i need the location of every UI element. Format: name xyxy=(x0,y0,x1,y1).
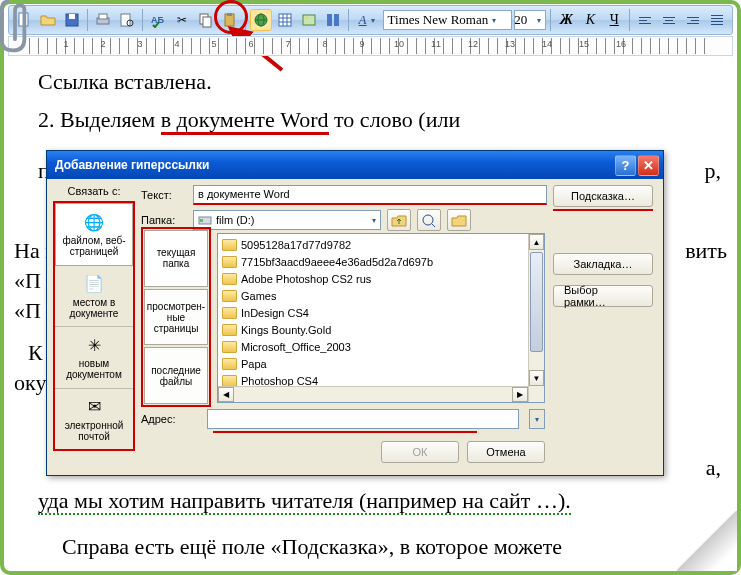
browse-file-button[interactable] xyxy=(447,209,471,231)
align-center-button[interactable] xyxy=(658,9,680,31)
chevron-down-icon: ▾ xyxy=(537,16,541,25)
history-tabs: текущая папка просмотрен-ные страницы по… xyxy=(141,227,211,407)
file-list[interactable]: 5095128a17d77d97827715bf3aacd9aeee4e36ad… xyxy=(217,233,545,403)
print-preview-button[interactable] xyxy=(116,9,138,31)
insert-hyperlink-button[interactable] xyxy=(250,9,272,31)
svg-rect-2 xyxy=(69,14,75,19)
horizontal-scrollbar[interactable]: ◀ ▶ xyxy=(218,386,528,402)
folder-icon xyxy=(222,290,237,302)
list-item[interactable]: Kings Bounty.Gold xyxy=(218,321,544,338)
list-item[interactable]: Adobe Photoshop CS2 rus xyxy=(218,270,544,287)
page-curl-decoration xyxy=(677,511,737,571)
dialog-title: Добавление гиперссылки xyxy=(51,158,613,172)
bold-button[interactable]: Ж xyxy=(555,9,577,31)
current-folder-tab[interactable]: текущая папка xyxy=(144,230,208,287)
chevron-down-icon: ▾ xyxy=(492,16,496,25)
open-button[interactable] xyxy=(37,9,59,31)
bookmark-icon: 📄 xyxy=(83,273,105,295)
link-to-label: Связать с: xyxy=(53,185,135,197)
print-button[interactable] xyxy=(92,9,114,31)
list-item[interactable]: Papa xyxy=(218,355,544,372)
doc-line: Ссылка вставлена. xyxy=(38,66,703,98)
list-item[interactable]: Microsoft_Office_2003 xyxy=(218,338,544,355)
browse-web-button[interactable] xyxy=(417,209,441,231)
link-to-web[interactable]: 🌐 файлом, веб-страницей xyxy=(55,203,133,266)
scroll-right-button[interactable]: ▶ xyxy=(512,387,528,402)
doc-peek: К xyxy=(28,340,43,366)
list-item[interactable]: 7715bf3aacd9aeee4e36ad5d2a7d697b xyxy=(218,253,544,270)
scroll-left-button[interactable]: ◀ xyxy=(218,387,234,402)
help-button[interactable]: ? xyxy=(615,155,636,176)
document-body[interactable]: уда мы хотим направить читателя (наприме… xyxy=(38,485,703,575)
insert-picture-button[interactable] xyxy=(298,9,320,31)
folder-icon xyxy=(222,307,237,319)
document-body[interactable]: Ссылка вставлена. 2. Выделяем в документ… xyxy=(38,66,703,142)
folder-select[interactable]: film (D:) ▾ xyxy=(193,210,381,230)
target-frame-button[interactable]: Выбор рамки… xyxy=(553,285,653,307)
doc-peek: вить xyxy=(685,238,727,264)
browsed-pages-tab[interactable]: просмотрен-ные страницы xyxy=(144,289,208,346)
link-to-group: 🌐 файлом, веб-страницей 📄 местом в докум… xyxy=(53,201,135,451)
mail-icon: ✉ xyxy=(83,396,105,418)
bookmark-button[interactable]: Закладка… xyxy=(553,253,653,275)
dialog-titlebar[interactable]: Добавление гиперссылки ? ✕ xyxy=(47,151,663,179)
recent-files-tab[interactable]: последние файлы xyxy=(144,347,208,404)
svg-rect-14 xyxy=(279,14,291,26)
scroll-down-button[interactable]: ▼ xyxy=(529,370,544,386)
folder-icon xyxy=(222,341,237,353)
columns-button[interactable] xyxy=(322,9,344,31)
address-label: Адрес: xyxy=(141,413,201,425)
paste-button[interactable] xyxy=(219,9,241,31)
up-folder-button[interactable] xyxy=(387,209,411,231)
close-button[interactable]: ✕ xyxy=(638,155,659,176)
link-to-place[interactable]: 📄 местом в документе xyxy=(55,266,133,328)
scroll-thumb[interactable] xyxy=(530,252,543,352)
doc-peek: «П xyxy=(14,268,41,294)
address-input[interactable] xyxy=(207,409,519,429)
font-color-button[interactable]: A▾ xyxy=(353,9,381,31)
ok-button[interactable]: ОК xyxy=(381,441,459,463)
list-item[interactable]: InDesign CS4 xyxy=(218,304,544,321)
tooltip-button[interactable]: Подсказка… xyxy=(553,185,653,207)
cancel-button[interactable]: Отмена xyxy=(467,441,545,463)
drive-icon xyxy=(198,213,212,227)
scroll-up-button[interactable]: ▲ xyxy=(529,234,544,250)
align-right-button[interactable] xyxy=(682,9,704,31)
folder-icon xyxy=(222,375,237,387)
svg-point-16 xyxy=(305,17,308,20)
horizontal-ruler[interactable]: 12345678910111213141516 xyxy=(8,36,733,56)
doc-peek: а, xyxy=(706,455,721,481)
svg-rect-9 xyxy=(203,17,211,27)
copy-button[interactable] xyxy=(195,9,217,31)
annotation-underline-address xyxy=(213,431,477,433)
display-text-input[interactable] xyxy=(193,185,547,205)
doc-line: Справа есть ещё поле «Подсказка», в кото… xyxy=(38,531,703,563)
cut-button[interactable]: ✂ xyxy=(171,9,193,31)
align-left-button[interactable] xyxy=(634,9,656,31)
link-to-new-doc[interactable]: ✳ новым документом xyxy=(55,327,133,389)
align-justify-button[interactable] xyxy=(706,9,728,31)
font-name-select[interactable]: Times New Roman▾ xyxy=(383,10,513,30)
list-item[interactable]: 5095128a17d77d9782 xyxy=(218,236,544,253)
folder-icon xyxy=(222,256,237,268)
doc-peek: оку xyxy=(14,370,46,396)
save-button[interactable] xyxy=(61,9,83,31)
font-name-value: Times New Roman xyxy=(388,12,489,28)
underline-button[interactable]: Ч xyxy=(603,9,625,31)
insert-hyperlink-dialog: Добавление гиперссылки ? ✕ Связать с: 🌐 … xyxy=(46,150,664,476)
insert-table-button[interactable] xyxy=(274,9,296,31)
folder-icon xyxy=(222,358,237,370)
svg-rect-4 xyxy=(99,14,107,19)
svg-rect-20 xyxy=(200,219,203,222)
svg-rect-17 xyxy=(327,14,332,26)
spellcheck-button[interactable]: АБ xyxy=(147,9,169,31)
font-size-select[interactable]: 20▾ xyxy=(514,10,546,30)
doc-peek: «П xyxy=(14,298,41,324)
list-item[interactable]: Games xyxy=(218,287,544,304)
svg-point-21 xyxy=(423,215,433,225)
italic-button[interactable]: К xyxy=(579,9,601,31)
address-dropdown-button[interactable]: ▾ xyxy=(529,409,545,429)
vertical-scrollbar[interactable]: ▲ ▼ xyxy=(528,234,544,402)
doc-line: уда мы хотим направить читателя (наприме… xyxy=(38,488,571,515)
link-to-email[interactable]: ✉ электронной почтой xyxy=(55,389,133,450)
